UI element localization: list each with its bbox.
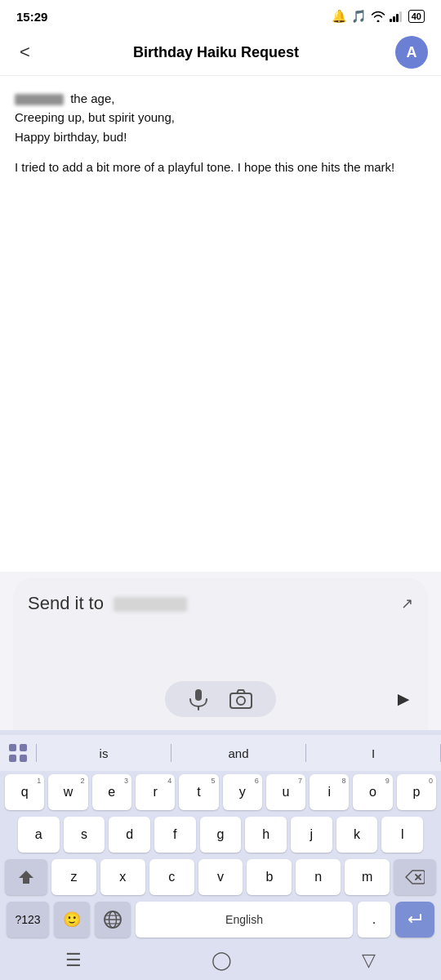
key-r-sup: 4: [167, 777, 172, 785]
suggestion-3[interactable]: I: [306, 745, 440, 762]
svg-rect-11: [20, 755, 27, 762]
recipient-redacted: [114, 597, 187, 612]
svg-rect-3: [399, 11, 402, 22]
key-w-sup: 2: [81, 777, 85, 785]
shift-icon: [17, 868, 35, 886]
key-i[interactable]: i8: [310, 774, 349, 810]
input-container: Send it to ↗: [13, 578, 428, 730]
key-c[interactable]: c: [149, 859, 194, 895]
key-row-1: q1 w2 e3 r4 t5 y6 u7 i8 o9 p0: [0, 771, 441, 813]
key-z[interactable]: z: [51, 859, 96, 895]
key-a[interactable]: a: [18, 817, 60, 853]
emoji-icon: 🙂: [63, 911, 81, 929]
svg-rect-9: [20, 744, 27, 751]
key-d[interactable]: d: [109, 817, 150, 853]
action-row: ►: [28, 673, 413, 722]
signal-icon: [390, 11, 404, 22]
key-u-sup: 7: [298, 777, 302, 785]
key-w[interactable]: w2: [48, 774, 87, 810]
numbers-key[interactable]: ?123: [7, 902, 49, 938]
key-e-sup: 3: [124, 777, 128, 785]
wifi-icon: [371, 11, 385, 22]
space-key[interactable]: English: [136, 902, 353, 938]
nav-bar: ☰ ◯ ▽: [0, 944, 441, 980]
key-t[interactable]: t5: [179, 774, 218, 810]
status-bar: 15:29 🔔 🎵 40: [0, 0, 441, 29]
key-row-2: a s d f g h j k l: [0, 813, 441, 856]
key-q-sup: 1: [37, 777, 41, 785]
page-title: Birthday Haiku Request: [133, 44, 299, 61]
word-suggestions-row: is and I: [0, 735, 441, 771]
suggestion-2[interactable]: and: [172, 745, 305, 762]
svg-rect-10: [9, 755, 16, 762]
svg-point-7: [237, 697, 245, 705]
key-f[interactable]: f: [154, 817, 196, 853]
key-t-sup: 5: [211, 777, 215, 785]
svg-rect-8: [9, 744, 16, 751]
grid-icon: [7, 742, 29, 764]
emoji-key[interactable]: 🙂: [54, 902, 90, 938]
suggestion-1[interactable]: is: [37, 745, 171, 762]
key-o[interactable]: o9: [353, 774, 392, 810]
mic-button[interactable]: [188, 688, 209, 710]
shift-key[interactable]: [5, 859, 47, 895]
key-p[interactable]: p0: [397, 774, 436, 810]
globe-icon: [103, 910, 122, 929]
keyboard-grid-button[interactable]: [0, 742, 36, 764]
key-s[interactable]: s: [64, 817, 105, 853]
key-i-sup: 8: [341, 777, 345, 785]
top-nav: < Birthday Haiku Request A: [0, 29, 441, 76]
back-button[interactable]: <: [13, 38, 37, 66]
chat-area: the age, Creeping up, but spirit young, …: [0, 76, 441, 572]
input-label[interactable]: Send it to ↗: [28, 593, 413, 666]
period-key[interactable]: .: [358, 902, 390, 938]
media-icon: 🎵: [351, 9, 367, 24]
key-r[interactable]: r4: [136, 774, 175, 810]
bottom-key-row: ?123 🙂 English .: [0, 898, 441, 944]
haiku-message: the age, Creeping up, but spirit young, …: [15, 89, 426, 146]
key-u[interactable]: u7: [266, 774, 305, 810]
nav-menu-icon[interactable]: ☰: [65, 950, 82, 971]
key-v[interactable]: v: [198, 859, 243, 895]
svg-rect-0: [390, 19, 392, 22]
camera-icon: [229, 688, 253, 710]
backspace-icon: [405, 870, 425, 884]
keyboard: is and I q1 w2 e3 r4 t5 y6 u7 i8 o9 p0 a…: [0, 730, 441, 944]
redacted-block-1: [15, 94, 64, 105]
avatar[interactable]: A: [395, 36, 428, 69]
haiku-line2: Creeping up, but spirit young,: [15, 108, 426, 127]
key-q[interactable]: q1: [5, 774, 44, 810]
key-row-3: z x c v b n m: [0, 856, 441, 898]
key-e[interactable]: e3: [92, 774, 131, 810]
enter-icon: [406, 912, 424, 927]
key-l[interactable]: l: [381, 817, 423, 853]
send-button[interactable]: ►: [394, 688, 413, 710]
key-o-sup: 9: [385, 777, 390, 785]
key-j[interactable]: j: [291, 817, 332, 853]
notification-icon: 🔔: [332, 9, 347, 24]
backspace-key[interactable]: [394, 859, 436, 895]
key-y[interactable]: y6: [223, 774, 262, 810]
nav-home-icon[interactable]: ◯: [212, 950, 232, 971]
key-n[interactable]: n: [296, 859, 341, 895]
key-m[interactable]: m: [345, 859, 390, 895]
key-b[interactable]: b: [247, 859, 292, 895]
battery-indicator: 40: [408, 10, 425, 23]
nav-back-icon[interactable]: ▽: [362, 950, 376, 971]
key-k[interactable]: k: [336, 817, 378, 853]
haiku-line3: Happy birthday, bud!: [15, 127, 426, 146]
camera-button[interactable]: [229, 688, 253, 710]
key-h[interactable]: h: [245, 817, 287, 853]
note-message: I tried to add a bit more of a playful t…: [15, 158, 426, 176]
key-x[interactable]: x: [100, 859, 145, 895]
expand-icon[interactable]: ↗: [401, 595, 413, 612]
status-time: 15:29: [16, 10, 47, 24]
status-icons: 🔔 🎵 40: [332, 9, 425, 24]
key-g[interactable]: g: [200, 817, 242, 853]
haiku-line1-text: the age,: [70, 91, 114, 105]
mic-icon: [188, 688, 209, 710]
svg-rect-4: [195, 689, 202, 701]
globe-key[interactable]: [95, 902, 131, 938]
send-it-to-text: Send it to: [28, 593, 104, 613]
enter-key[interactable]: [395, 902, 434, 938]
